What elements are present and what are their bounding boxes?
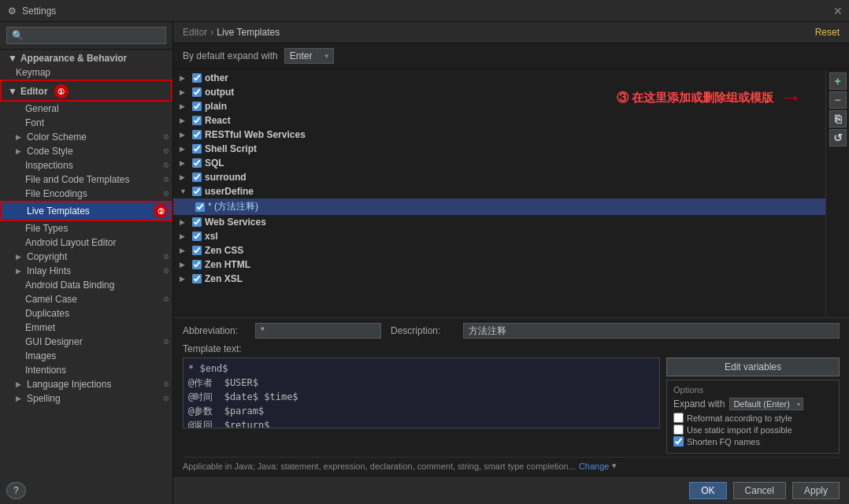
tpl-checkbox-webservices[interactable] [192, 217, 202, 227]
window-title: Settings [22, 6, 56, 17]
sidebar-item-appearance[interactable]: ▼ Appearance & Behavior [0, 50, 172, 65]
abbreviation-input[interactable] [255, 323, 381, 339]
sidebar-item-general[interactable]: General [0, 102, 172, 116]
sidebar-item-copyright[interactable]: ▶ Copyright ⚙ [0, 250, 172, 264]
app-icon: ⚙ [6, 6, 17, 17]
tpl-group-zenxsl[interactable]: ▶ Zen XSL [173, 272, 825, 286]
search-wrap[interactable] [0, 22, 172, 50]
close-button[interactable]: ✕ [833, 5, 843, 17]
checkbox-staticimport-input[interactable] [673, 424, 684, 435]
sidebar-item-androidlayout[interactable]: Android Layout Editor [0, 235, 172, 250]
right-options-panel: Edit variables Options Expand with Defau… [666, 358, 840, 454]
abbreviation-label: Abbreviation: [183, 325, 246, 336]
cancel-button[interactable]: Cancel [733, 482, 786, 499]
sidebar-item-intentions[interactable]: Intentions [0, 363, 172, 377]
sidebar-item-colorscheme[interactable]: ▶ Color Scheme ⚙ [0, 130, 172, 144]
expand-select-wrap[interactable]: Enter Tab Space [284, 48, 334, 64]
tpl-group-other[interactable]: ▶ other [173, 71, 825, 85]
tpl-checkbox-surround[interactable] [192, 172, 202, 182]
template-text-label: Template text: [183, 343, 840, 354]
undo-button[interactable]: ↺ [829, 129, 847, 146]
sidebar-item-livetemplates[interactable]: Live Templates ② [0, 201, 172, 221]
apply-button[interactable]: Apply [792, 482, 840, 499]
sidebar-item-duplicates[interactable]: Duplicates [0, 306, 172, 321]
tpl-checkbox-userdefine[interactable] [192, 187, 202, 196]
tpl-group-webservices[interactable]: ▶ Web Services [173, 215, 825, 229]
breadcrumb-parent: Editor [183, 27, 207, 38]
ok-button[interactable]: OK [689, 482, 726, 499]
main-content: Editor › Live Templates Reset By default… [173, 22, 849, 504]
expand-arrow: ▼ [8, 53, 17, 64]
search-input[interactable] [6, 27, 166, 44]
expand-row: By default expand with Enter Tab Space [173, 43, 849, 69]
template-text-area[interactable]: * $end$ @作者 $USER$ @时间 $date$ $time$ @参数… [183, 358, 660, 428]
tpl-group-userdefine[interactable]: ▼ userDefine [173, 184, 825, 198]
tpl-checkbox-zencss[interactable] [192, 246, 202, 255]
edit-variables-button[interactable]: Edit variables [666, 358, 840, 376]
tpl-group-xsl[interactable]: ▶ xsl [173, 229, 825, 243]
applicable-text: Applicable in Java; Java: statement, exp… [183, 461, 576, 471]
breadcrumb-current: Live Templates [217, 27, 280, 38]
sidebar-item-camelcase[interactable]: Camel Case ⚙ [0, 292, 172, 306]
expand-arrow: ▶ [16, 133, 24, 141]
tpl-group-restful[interactable]: ▶ RESTful Web Services [173, 128, 825, 142]
tpl-item-fangfa[interactable]: * (方法注释) [173, 198, 825, 215]
tpl-group-sql[interactable]: ▶ SQL [173, 156, 825, 170]
tpl-checkbox-zenhtml[interactable] [192, 260, 202, 269]
tpl-checkbox-shellscript[interactable] [192, 144, 202, 154]
tpl-group-zenhtml[interactable]: ▶ Zen HTML [173, 258, 825, 272]
reset-button[interactable]: Reset [815, 27, 840, 38]
expand-label: By default expand with [183, 50, 278, 61]
sidebar-item-guidesigner[interactable]: GUI Designer ⚙ [0, 335, 172, 349]
tpl-checkbox-output[interactable] [192, 87, 202, 97]
checkbox-staticimport: Use static import if possible [673, 424, 832, 435]
change-link[interactable]: Change [579, 461, 610, 471]
tpl-group-react[interactable]: ▶ React [173, 113, 825, 128]
sidebar-item-label: Appearance & Behavior [20, 53, 127, 64]
dropdown-arrow: ▾ [612, 461, 617, 471]
tpl-group-output[interactable]: ▶ output [173, 85, 825, 99]
breadcrumb: Editor › Live Templates [183, 27, 280, 38]
sidebar-item-font[interactable]: Font [0, 116, 172, 130]
sidebar-item-keymap[interactable]: Keymap [0, 65, 172, 80]
description-input[interactable] [463, 323, 840, 339]
expand-select[interactable]: Enter Tab Space [284, 48, 334, 64]
tpl-group-zencss[interactable]: ▶ Zen CSS [173, 243, 825, 258]
sidebar-item-fileencodings[interactable]: File Encodings ⚙ [0, 187, 172, 201]
copy-button[interactable]: ⎘ [829, 110, 847, 128]
add-button[interactable]: + [829, 72, 847, 90]
expand-with-select-wrap[interactable]: Default (Enter) Enter Tab Space [729, 398, 803, 410]
tpl-checkbox-plain[interactable] [192, 102, 202, 111]
sidebar-item-images[interactable]: Images [0, 349, 172, 363]
sidebar-item-label: Editor [20, 86, 48, 97]
tpl-group-surround[interactable]: ▶ surround [173, 170, 825, 184]
sidebar-item-spelling[interactable]: ▶ Spelling ⚙ [0, 391, 172, 406]
sidebar-item-editor[interactable]: ▼ Editor ① [0, 80, 172, 102]
sidebar-item-codestyle[interactable]: ▶ Code Style ⚙ [0, 144, 172, 158]
tpl-group-plain[interactable]: ▶ plain [173, 99, 825, 113]
sidebar-item-inlayhints[interactable]: ▶ Inlay Hints ⚙ [0, 264, 172, 278]
checkbox-shortenfq-input[interactable] [673, 436, 684, 447]
sidebar-item-androiddatabinding[interactable]: Android Data Binding [0, 278, 172, 292]
expand-arrow-editor: ▼ [8, 86, 17, 97]
tpl-checkbox-sql[interactable] [192, 158, 202, 168]
tpl-checkbox-zenxsl[interactable] [192, 274, 202, 284]
content-header: Editor › Live Templates Reset [173, 22, 849, 43]
tpl-checkbox-other[interactable] [192, 73, 202, 83]
sidebar-item-languageinjections[interactable]: ▶ Language Injections ⚙ [0, 377, 172, 391]
tpl-group-shellscript[interactable]: ▶ Shell Script [173, 142, 825, 156]
expand-with-label: Expand with [673, 398, 725, 410]
sidebar-item-filetypes[interactable]: File Types [0, 221, 172, 235]
sidebar-item-inspections[interactable]: Inspections ⚙ [0, 158, 172, 172]
sidebar-item-emmet[interactable]: Emmet [0, 321, 172, 335]
expand-with-select[interactable]: Default (Enter) Enter Tab Space [729, 398, 803, 410]
remove-button[interactable]: − [829, 91, 847, 109]
template-area: ③ 在这里添加或删除组或模版 → ▶ other ▶ output [173, 69, 849, 317]
checkbox-reformat-input[interactable] [673, 413, 684, 423]
tpl-checkbox-xsl[interactable] [192, 232, 202, 241]
tpl-checkbox-react[interactable] [192, 116, 202, 125]
sidebar-item-filecodetemplates[interactable]: File and Code Templates ⚙ [0, 172, 172, 187]
template-list: ▶ other ▶ output ▶ plain ▶ [173, 69, 825, 317]
tpl-checkbox-fangfa[interactable] [195, 202, 205, 212]
tpl-checkbox-restful[interactable] [192, 130, 202, 139]
